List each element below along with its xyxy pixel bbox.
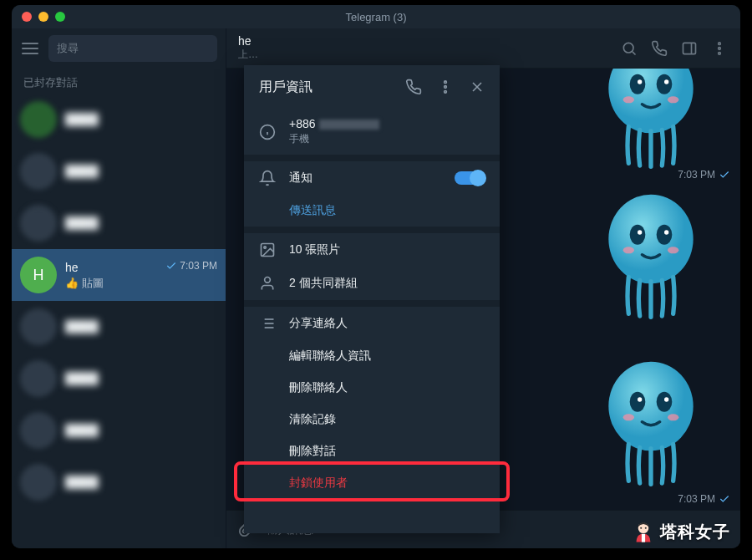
list-item[interactable]: ████ [12,301,226,353]
menu-button[interactable] [20,38,40,59]
svg-point-6 [719,52,721,54]
svg-point-7 [608,69,693,133]
sticker-message[interactable] [588,186,714,319]
svg-point-0 [623,43,633,53]
zoom-window-button[interactable] [55,12,65,22]
share-contact-row[interactable]: 分享連絡人 [244,307,500,340]
window-controls [12,12,65,22]
user-info-panel: 用戶資訊 +886 手機 通知 傳送訊息 10 張照片 2 個共同群組 [244,65,500,533]
send-message-link[interactable]: 傳送訊息 [244,195,500,227]
list-item-active[interactable]: H he 7:03 PM 👍 貼圖 [12,249,226,301]
chat-list: ████ ████ ████ H he 7:03 PM 👍 貼圖 [12,94,226,548]
list-item[interactable]: ████ [12,456,226,508]
svg-point-37 [264,247,267,249]
call-icon[interactable] [650,39,668,58]
image-icon [259,242,289,258]
svg-point-5 [719,47,721,49]
delete-chat-row[interactable]: 刪除對話 [244,435,500,467]
chat-header: he 上… [226,28,740,69]
svg-rect-2 [683,43,696,53]
message-time: 7:03 PM [678,493,730,505]
svg-point-22 [630,392,646,412]
svg-point-21 [608,362,693,451]
svg-point-24 [638,397,642,401]
panel-header: 用戶資訊 [244,65,500,109]
more-icon[interactable] [710,39,729,58]
call-icon[interactable] [398,71,429,103]
list-item[interactable]: ████ [12,94,226,145]
minimize-window-button[interactable] [38,12,48,22]
delete-contact-row[interactable]: 刪除聯絡人 [244,372,500,404]
svg-point-38 [265,277,271,283]
svg-rect-48 [642,534,645,542]
svg-point-10 [638,79,642,84]
svg-point-26 [623,414,634,420]
chat-time: 7:03 PM [165,260,217,272]
svg-point-30 [445,91,447,94]
svg-point-14 [608,195,693,284]
svg-point-18 [664,230,668,234]
chat-header-info[interactable]: he 上… [238,34,608,62]
message-time: 7:03 PM [678,169,730,181]
panel-body: +886 手機 通知 傳送訊息 10 張照片 2 個共同群組 分享連絡人 編輯聯… [244,109,500,533]
info-icon [259,124,289,140]
chat-preview: 👍 貼圖 [65,276,217,291]
check-icon [719,169,730,181]
notifications-row[interactable]: 通知 [244,161,500,195]
more-icon[interactable] [429,71,461,103]
close-window-button[interactable] [22,12,32,22]
search-icon[interactable] [620,39,638,58]
list-item[interactable]: ████ [12,353,226,405]
svg-point-4 [719,42,721,44]
sidebar-top: 搜尋 [12,28,226,69]
svg-point-16 [657,225,673,245]
phone-value: +886 [289,117,379,130]
check-icon [165,260,177,272]
list-item[interactable]: ████ [12,145,226,197]
bell-icon [259,170,289,186]
watermark-icon [632,520,655,543]
svg-point-23 [657,392,673,412]
list-item[interactable]: ████ [12,197,226,249]
window-title: Telegram (3) [12,11,740,23]
svg-point-15 [630,225,646,245]
sticker-message[interactable] [588,69,714,169]
check-icon [719,493,730,505]
phone-row[interactable]: +886 手機 [244,109,500,155]
watermark: 塔科女子 [632,520,730,543]
clear-history-row[interactable]: 清除記錄 [244,404,500,435]
list-icon [259,315,289,332]
svg-point-11 [664,79,668,84]
svg-point-46 [640,527,642,529]
archived-label[interactable]: 已封存對話 [12,69,226,94]
svg-point-19 [623,247,634,253]
svg-point-28 [445,81,447,84]
notifications-toggle[interactable] [455,171,485,185]
edit-contact-row[interactable]: 編輯聯絡人資訊 [244,340,500,372]
svg-point-8 [630,74,646,94]
search-input[interactable]: 搜尋 [48,35,217,62]
photos-row[interactable]: 10 張照片 [244,233,500,267]
close-icon[interactable] [461,71,493,103]
svg-point-17 [638,230,642,234]
sidepanel-icon[interactable] [680,39,699,58]
svg-point-9 [657,74,673,94]
titlebar: Telegram (3) [12,5,740,28]
chat-header-subtitle: 上… [238,48,608,62]
user-icon [259,275,289,292]
svg-point-29 [445,86,447,89]
svg-point-12 [623,96,634,103]
block-user-row[interactable]: 封鎖使用者 [244,467,500,499]
avatar: H [20,257,57,293]
chat-name: he [65,261,79,274]
groups-row[interactable]: 2 個共同群組 [244,267,500,300]
sticker-message[interactable] [588,353,714,486]
panel-title: 用戶資訊 [259,79,398,96]
svg-point-27 [668,414,678,420]
svg-point-13 [668,96,678,103]
svg-point-47 [645,527,647,529]
phone-label: 手機 [289,132,379,146]
chat-header-name: he [238,34,608,48]
list-item[interactable]: ████ [12,405,226,456]
svg-point-25 [664,397,668,401]
